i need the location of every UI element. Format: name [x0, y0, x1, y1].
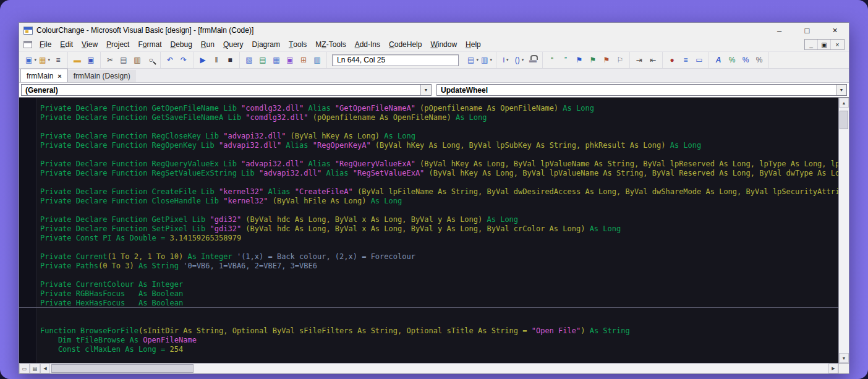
menu-item[interactable]: Help [461, 38, 485, 51]
menu-item[interactable]: View [77, 38, 102, 51]
code-line-segments: Private Declare Function CreateFile Lib … [40, 187, 838, 196]
project-explorer-button[interactable]: ▧ [242, 54, 256, 66]
horizontal-scroll-track[interactable] [50, 364, 828, 373]
tab-frmmain-design[interactable]: frmMain (Design) [68, 70, 136, 82]
vertical-scrollbar[interactable]: ▲ ▼ [838, 98, 849, 363]
tab-frmmain-code[interactable]: frmMain × [20, 69, 68, 82]
maximize-button[interactable]: □ [793, 23, 821, 38]
menu-item[interactable]: Add-Ins [351, 38, 385, 51]
lock-icon[interactable]: ▬ [526, 54, 540, 66]
indent-button[interactable]: ⇥ [632, 54, 646, 66]
menu-item[interactable]: File [35, 38, 56, 51]
data-view-button[interactable]: ▥ [310, 54, 324, 66]
parameter-info-button[interactable]: () [513, 54, 526, 66]
full-module-view-button[interactable]: ▤ [30, 364, 40, 373]
menu-item[interactable]: CodeHelp [385, 38, 426, 51]
end-button[interactable]: ■ [223, 54, 237, 66]
object-browser-button[interactable]: ▣ [283, 54, 297, 66]
properties-window-button[interactable]: ▤ [256, 54, 270, 66]
dropdown-arrow-icon[interactable]: ▼ [420, 85, 431, 95]
menu-item-accelerator: Q [223, 40, 229, 49]
percent-format-button-2[interactable]: % [739, 54, 752, 66]
object-dropdown[interactable]: (General) ▼ [21, 84, 432, 96]
code-editor[interactable]: Private Declare Function GetOpenFileName… [19, 98, 838, 363]
menu-item[interactable]: Run [197, 38, 219, 51]
editor-area: Private Declare Function GetOpenFileName… [19, 98, 849, 363]
paste-button[interactable]: ▥ [130, 54, 144, 66]
code-line-segments: Private Current(1 To 2, 1 To 10) As Inte… [40, 252, 415, 261]
previous-bookmark-button[interactable]: ⚑ [600, 54, 613, 66]
list-constants-button[interactable]: ▥ [480, 54, 493, 66]
scroll-right-icon[interactable]: ▶ [828, 364, 838, 373]
window-title: ColourChange - Microsoft Visual Basic [d… [36, 26, 253, 35]
add-project-button[interactable]: ▣ [24, 54, 38, 66]
percent-format-button-1[interactable]: % [725, 54, 739, 66]
toggle-breakpoint-button[interactable]: ● [665, 54, 679, 66]
toolbar-left-section: ▣ ▦ ≡ ▬ ▣ [22, 52, 327, 68]
code-segment: Private RGBHasFocus As Boolean [40, 289, 183, 298]
call-stack-button[interactable]: ≡ [679, 54, 692, 66]
procedure-view-button[interactable]: ▭ [19, 364, 30, 373]
menu-item[interactable]: Debug [166, 38, 196, 51]
code-segment: "advapi32.dll" [259, 169, 321, 177]
title-bar[interactable]: ColourChange - Microsoft Visual Basic [d… [19, 23, 849, 38]
outdent-button[interactable]: ⇤ [646, 54, 660, 66]
find-button[interactable]: ○ [144, 54, 158, 66]
code-segment: "kernel32" [219, 187, 263, 196]
code-segment: As Long [558, 104, 594, 113]
percent-format-button-3[interactable]: % [752, 54, 766, 66]
next-bookmark-button[interactable]: ⚑ [586, 54, 600, 66]
copy-button[interactable]: ▤ [117, 54, 130, 66]
mdi-minimize-button[interactable]: _ [805, 40, 818, 49]
menu-item[interactable]: Window [426, 38, 461, 51]
dropdown-arrow-icon[interactable]: ▼ [836, 85, 846, 95]
immediate-window-button[interactable]: ▭ [692, 54, 706, 66]
scroll-up-icon[interactable]: ▲ [839, 98, 849, 108]
save-project-button[interactable]: ▣ [84, 54, 98, 66]
procedure-dropdown[interactable]: UpdateWheel ▼ [436, 84, 847, 96]
toolbox-button[interactable]: ⊞ [297, 54, 310, 66]
break-button[interactable]: ‖ [210, 54, 223, 66]
clear-bookmarks-button[interactable]: ⚐ [613, 54, 627, 66]
font-style-button[interactable]: A [712, 54, 725, 66]
toggle-bookmark-button[interactable]: ⚑ [572, 54, 586, 66]
redo-button[interactable]: ↷ [177, 54, 190, 66]
menu-item[interactable]: Tools [284, 38, 311, 51]
code-line: Dim tFileBrowse As OpenFileName [19, 336, 838, 345]
minimize-button[interactable]: – [765, 23, 793, 38]
code-line: Private Declare Function SetPixel Lib "g… [19, 224, 838, 234]
menu-item[interactable]: Query [219, 38, 248, 51]
vertical-scroll-track[interactable] [839, 108, 849, 353]
quick-info-button[interactable]: i [499, 54, 513, 66]
close-button[interactable]: × [821, 23, 849, 38]
comment-block-button[interactable]: “ [545, 54, 559, 66]
code-segment: Private Declare Function CloseHandle Lib [40, 197, 223, 205]
menu-item[interactable]: MZ-Tools [311, 38, 350, 51]
menu-item-label-post: dit [65, 40, 73, 49]
scroll-left-icon[interactable]: ◀ [40, 364, 50, 373]
menu-item[interactable]: Edit [56, 38, 77, 51]
code-segment: (pOpenfilename As OpenFileName) [308, 113, 451, 122]
menu-item-accelerator: C [389, 40, 394, 49]
scroll-down-icon[interactable]: ▼ [839, 353, 849, 363]
mdi-restore-button[interactable]: ▣ [818, 40, 831, 49]
mdi-close-button[interactable]: × [831, 40, 844, 49]
menu-item[interactable]: Project [102, 38, 134, 51]
open-project-button[interactable]: ▬ [70, 54, 84, 66]
code-line-segments: Private Declare Function RegQueryValueEx… [40, 160, 838, 168]
horizontal-scroll-thumb[interactable] [51, 364, 194, 373]
tab-close-icon[interactable]: × [57, 72, 61, 80]
undo-button[interactable]: ↶ [163, 54, 177, 66]
start-button[interactable]: ▶ [196, 54, 210, 66]
cut-button[interactable]: ✂ [103, 54, 117, 66]
form-layout-button[interactable]: ▦ [270, 54, 283, 66]
list-properties-button[interactable]: ▤ [466, 54, 480, 66]
code-segment: "comdlg32.dll" [245, 113, 308, 122]
menu-item[interactable]: Diagram [248, 38, 284, 51]
add-form-button[interactable]: ▦ [38, 54, 51, 66]
vertical-scroll-thumb[interactable] [840, 111, 848, 129]
uncomment-block-button[interactable]: ” [559, 54, 572, 66]
menu-item[interactable]: Format [134, 38, 166, 51]
toolbar-right-section: ▤ ▥ i () ▬ [464, 52, 769, 68]
menu-editor-button[interactable]: ≡ [51, 54, 65, 66]
